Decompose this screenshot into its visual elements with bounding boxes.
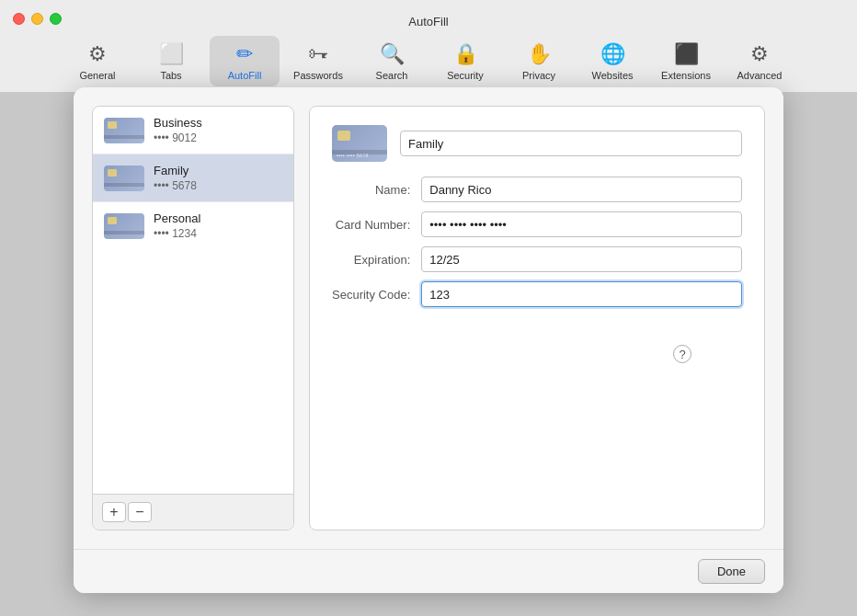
toolbar-area: AutoFill ⚙ General ⬜ Tabs ✏ AutoFill 🗝 P… — [0, 0, 857, 92]
general-icon: ⚙ — [85, 41, 110, 67]
help-area: ? — [712, 336, 748, 372]
toolbar-item-autofill[interactable]: ✏ AutoFill — [210, 36, 280, 86]
business-card-thumbnail — [104, 118, 144, 143]
card-name-row: •••• •••• 5678 — [332, 125, 742, 162]
advanced-icon: ⚙ — [747, 41, 772, 67]
toolbar-label-autofill: AutoFill — [228, 70, 262, 81]
search-icon: 🔍 — [379, 41, 405, 67]
toolbar-label-advanced: Advanced — [737, 70, 783, 81]
toolbar-label-tabs: Tabs — [160, 70, 181, 81]
personal-card-thumbnail — [104, 213, 144, 239]
card-thumbnail-large: •••• •••• 5678 — [332, 125, 387, 162]
cards-list: Business •••• 9012 Family •••• 5678 — [93, 107, 293, 494]
card-form: Name: Card Number: Expiration: Security … — [332, 177, 742, 307]
toolbar-item-search[interactable]: 🔍 Search — [357, 36, 427, 86]
card-number-input[interactable] — [421, 211, 742, 237]
extensions-icon: ⬛ — [673, 41, 699, 67]
modal-panel: Business •••• 9012 Family •••• 5678 — [74, 87, 783, 593]
family-card-number: •••• 5678 — [154, 179, 197, 192]
maximize-button[interactable] — [50, 13, 62, 25]
card-number-label: Card Number: — [332, 218, 410, 232]
security-code-label: Security Code: — [332, 288, 410, 302]
cards-sidebar: Business •••• 9012 Family •••• 5678 — [92, 106, 294, 530]
close-button[interactable] — [13, 13, 25, 25]
family-card-thumbnail — [104, 165, 144, 191]
add-card-button[interactable]: + — [102, 502, 126, 522]
business-card-name: Business — [154, 116, 202, 130]
toolbar-label-passwords: Passwords — [293, 70, 343, 81]
family-card-name: Family — [154, 164, 197, 177]
window-title: AutoFill — [408, 0, 448, 36]
toolbar-label-websites: Websites — [591, 70, 633, 81]
personal-card-number: •••• 1234 — [154, 227, 200, 240]
passwords-icon: 🗝 — [305, 41, 331, 67]
toolbar-item-privacy[interactable]: ✋ Privacy — [504, 36, 574, 86]
card-detail-panel: •••• •••• 5678 Name: Card Number: Expira… — [309, 106, 765, 530]
security-icon: 🔒 — [452, 41, 478, 67]
security-code-input[interactable] — [421, 281, 742, 307]
privacy-icon: ✋ — [526, 41, 552, 67]
family-card-info: Family •••• 5678 — [154, 164, 197, 192]
expiration-input[interactable] — [421, 246, 742, 272]
sidebar-actions: + − — [93, 494, 293, 530]
help-button[interactable]: ? — [673, 345, 691, 363]
traffic-lights — [13, 13, 62, 25]
toolbar-label-extensions: Extensions — [661, 70, 711, 81]
toolbar-item-extensions[interactable]: ⬛ Extensions — [651, 36, 721, 86]
toolbar-label-general: General — [79, 70, 115, 81]
tabs-icon: ⬜ — [158, 41, 184, 67]
sidebar-item-personal[interactable]: Personal •••• 1234 — [93, 202, 293, 249]
business-card-number: •••• 9012 — [154, 131, 202, 144]
toolbar-item-general[interactable]: ⚙ General — [63, 36, 132, 86]
card-name-input[interactable] — [400, 131, 742, 156]
toolbar-item-passwords[interactable]: 🗝 Passwords — [283, 36, 353, 86]
toolbar-item-security[interactable]: 🔒 Security — [430, 36, 500, 86]
toolbar-item-websites[interactable]: 🌐 Websites — [577, 36, 647, 86]
toolbar-label-security: Security — [447, 70, 484, 81]
toolbar: ⚙ General ⬜ Tabs ✏ AutoFill 🗝 Passwords … — [44, 36, 813, 86]
name-input[interactable] — [421, 177, 742, 202]
expiration-label: Expiration: — [332, 253, 410, 267]
done-button[interactable]: Done — [698, 559, 765, 584]
name-label: Name: — [332, 183, 410, 197]
personal-card-info: Personal •••• 1234 — [154, 211, 200, 240]
websites-icon: 🌐 — [600, 41, 625, 67]
modal-footer: Done — [74, 549, 783, 593]
toolbar-label-search: Search — [376, 70, 408, 81]
modal-inner: Business •••• 9012 Family •••• 5678 — [74, 87, 783, 549]
sidebar-item-family[interactable]: Family •••• 5678 — [93, 154, 293, 202]
toolbar-label-privacy: Privacy — [522, 70, 555, 81]
business-card-info: Business •••• 9012 — [154, 116, 202, 144]
toolbar-item-advanced[interactable]: ⚙ Advanced — [725, 36, 794, 86]
minimize-button[interactable] — [31, 13, 43, 25]
sidebar-item-business[interactable]: Business •••• 9012 — [93, 107, 293, 154]
personal-card-name: Personal — [154, 211, 200, 225]
remove-card-button[interactable]: − — [128, 502, 152, 522]
toolbar-item-tabs[interactable]: ⬜ Tabs — [136, 36, 206, 86]
autofill-icon: ✏ — [232, 41, 257, 67]
